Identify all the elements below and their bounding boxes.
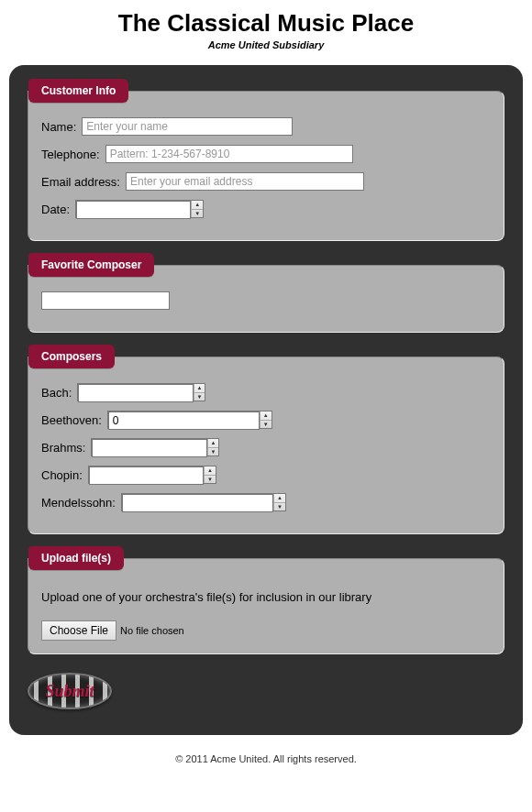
favorite-composer-legend: Favorite Composer (28, 253, 154, 277)
upload-fieldset: Upload file(s) Upload one of your orches… (28, 558, 504, 654)
brahms-spin-controls[interactable]: ▲▼ (207, 439, 219, 455)
beethoven-spin-controls[interactable]: ▲▼ (260, 411, 272, 428)
date-label: Date: (41, 203, 70, 216)
chopin-spin-controls[interactable]: ▲▼ (204, 466, 216, 483)
composers-legend: Composers (28, 345, 115, 368)
composer-label-brahms: Brahms: (41, 441, 85, 455)
name-input[interactable] (82, 117, 293, 136)
bach-spin-controls[interactable]: ▲▼ (194, 384, 205, 401)
date-spin-controls[interactable]: ▲▼ (191, 201, 203, 217)
footer: © 2011 Acme United. All rights reserved. (0, 744, 532, 779)
upload-legend: Upload file(s) (28, 546, 124, 570)
submit-button[interactable]: Submit (28, 673, 112, 709)
telephone-input[interactable] (105, 145, 353, 163)
upload-description: Upload one of your orchestra's file(s) f… (41, 590, 491, 604)
favorite-composer-input[interactable] (41, 291, 170, 310)
composer-label-mendelssohn: Mendelssohn: (41, 496, 116, 510)
bach-stepper[interactable]: ▲▼ (77, 383, 205, 401)
bach-input[interactable] (78, 384, 193, 402)
composers-fieldset: Composers Bach: ▲▼ Beethoven: ▲▼ Brahms:… (28, 357, 504, 534)
brahms-stepper[interactable]: ▲▼ (91, 438, 219, 456)
form-panel: Customer Info Name: Telephone: Email add… (9, 65, 523, 735)
page-subtitle: Acme United Subsidiary (0, 39, 532, 50)
page-header: The Classical Music Place Acme United Su… (0, 0, 532, 56)
choose-file-button[interactable]: Choose File (41, 620, 116, 641)
chopin-stepper[interactable]: ▲▼ (88, 466, 216, 484)
date-input[interactable] (76, 201, 191, 219)
date-stepper[interactable]: ▲▼ (75, 200, 204, 218)
file-status: No file chosen (120, 625, 184, 636)
composer-label-bach: Bach: (41, 386, 72, 400)
submit-button-label: Submit (29, 675, 110, 708)
chopin-input[interactable] (89, 466, 204, 485)
composer-label-beethoven: Beethoven: (41, 413, 102, 427)
page-title: The Classical Music Place (0, 9, 532, 38)
brahms-input[interactable] (92, 439, 206, 457)
email-input[interactable] (126, 172, 364, 191)
favorite-composer-fieldset: Favorite Composer (28, 265, 504, 333)
email-label: Email address: (41, 175, 120, 189)
mendelssohn-stepper[interactable]: ▲▼ (121, 493, 286, 511)
telephone-label: Telephone: (41, 148, 100, 161)
beethoven-stepper[interactable]: ▲▼ (107, 411, 272, 429)
composer-label-chopin: Chopin: (41, 468, 83, 482)
name-label: Name: (41, 120, 76, 134)
beethoven-input[interactable] (108, 411, 260, 430)
mendelssohn-input[interactable] (122, 494, 273, 512)
customer-info-fieldset: Customer Info Name: Telephone: Email add… (28, 91, 504, 241)
customer-info-legend: Customer Info (28, 79, 128, 103)
mendelssohn-spin-controls[interactable]: ▲▼ (273, 494, 285, 510)
